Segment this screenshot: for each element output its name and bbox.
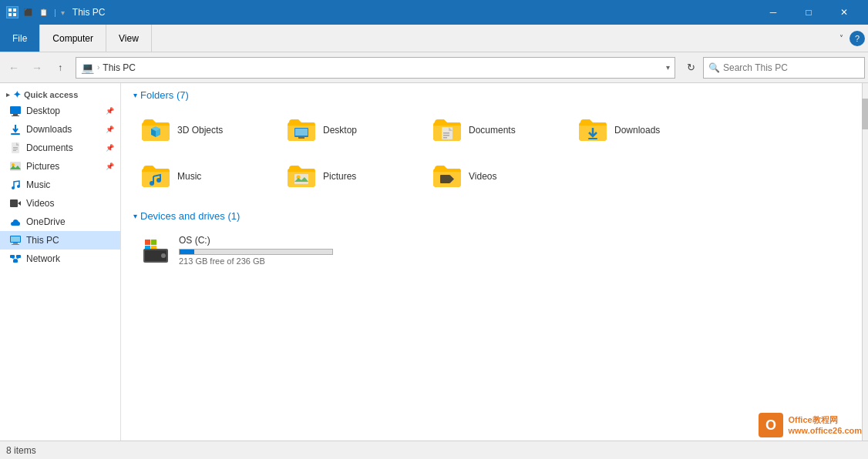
scrollbar[interactable] (862, 83, 868, 441)
svg-rect-5 (13, 114, 18, 116)
address-path: This PC (103, 62, 136, 73)
office-logo-icon: O (759, 413, 783, 437)
folder-icon-music (140, 161, 171, 192)
search-input[interactable] (723, 62, 860, 73)
onedrive-icon (9, 216, 22, 228)
search-box[interactable]: 🔍 (703, 57, 865, 79)
sidebar-item-network[interactable]: Network (0, 250, 120, 268)
folder-item-downloads[interactable]: Downloads (570, 109, 713, 152)
svg-rect-12 (10, 162, 21, 171)
title-bar-icons: ⬛ 📋 | ▾ (6, 6, 65, 18)
drive-icon-c (140, 235, 171, 266)
drive-bar-c (179, 249, 333, 255)
svg-rect-40 (294, 174, 308, 184)
help-button[interactable]: ? (849, 31, 865, 46)
folder-label-videos: Videos (469, 171, 496, 182)
folder-item-3dobjects[interactable]: 3D Objects (133, 109, 276, 152)
svg-rect-1 (13, 8, 16, 12)
ribbon: File Computer View ˅ ? (0, 25, 868, 52)
svg-rect-22 (10, 255, 15, 258)
maximize-button[interactable]: □ (791, 0, 826, 25)
folders-section-label: Folders (7) (140, 89, 189, 101)
quick-access-icon-2[interactable]: 📋 (37, 6, 49, 18)
folder-item-desktop[interactable]: Desktop (279, 109, 422, 152)
svg-rect-48 (151, 240, 156, 245)
devices-section-header[interactable]: ▾ Devices and drives (1) (133, 210, 849, 222)
this-pc-icon (9, 234, 22, 246)
svg-rect-36 (443, 137, 447, 139)
svg-rect-23 (16, 255, 21, 258)
back-button[interactable]: ← (3, 57, 25, 79)
svg-rect-2 (8, 13, 12, 16)
svg-rect-9 (13, 147, 18, 148)
main-area: ▸ ✦ Quick access Desktop 📌 (0, 83, 868, 441)
svg-rect-50 (151, 246, 156, 249)
svg-point-14 (12, 186, 15, 189)
folder-label-downloads: Downloads (614, 125, 660, 136)
watermark-text: Office教程网 www.office26.com (788, 414, 862, 437)
ribbon-collapse-icon[interactable]: ˅ (836, 31, 846, 45)
pictures-sidebar-icon (9, 160, 22, 173)
tab-computer[interactable]: Computer (40, 25, 106, 52)
folder-label-pictures: Pictures (323, 171, 356, 182)
tab-view[interactable]: View (106, 25, 152, 52)
svg-rect-47 (145, 240, 150, 245)
scroll-thumb[interactable] (862, 99, 868, 129)
svg-point-38 (150, 181, 154, 186)
sidebar-item-onedrive[interactable]: OneDrive (0, 213, 120, 231)
window-title: This PC (72, 7, 751, 18)
svg-rect-34 (443, 132, 449, 134)
refresh-button[interactable]: ↻ (680, 57, 701, 79)
quick-access-star-icon: ✦ (13, 89, 21, 100)
folder-item-documents[interactable]: Documents (425, 109, 567, 152)
folder-item-pictures[interactable]: Pictures (279, 155, 422, 198)
svg-rect-7 (11, 133, 20, 135)
folder-item-videos[interactable]: Videos (425, 155, 567, 198)
address-bar[interactable]: 💻 › This PC ▾ (76, 57, 675, 79)
app-icon (6, 6, 19, 18)
sidebar-item-music[interactable]: Music (0, 176, 120, 194)
content-area: ▾ Folders (7) 3D Objects (121, 83, 862, 441)
tab-file[interactable]: File (0, 25, 40, 52)
svg-point-46 (161, 253, 166, 258)
search-icon: 🔍 (708, 62, 720, 73)
sidebar-item-pictures[interactable]: Pictures 📌 (0, 157, 120, 176)
folder-icon-3dobjects (140, 115, 171, 146)
sidebar-item-documents[interactable]: Documents 📌 (0, 139, 120, 157)
forward-button[interactable]: → (26, 57, 48, 79)
pin-icon-pictures: 📌 (106, 162, 114, 170)
svg-point-39 (156, 178, 161, 183)
videos-sidebar-icon (9, 197, 22, 209)
window-controls: ─ □ ✕ (755, 0, 862, 25)
minimize-button[interactable]: ─ (755, 0, 791, 25)
sidebar-item-downloads[interactable]: Downloads 📌 (0, 120, 120, 139)
drive-item-c[interactable]: OS (C:) 213 GB free of 236 GB (133, 230, 442, 271)
folders-chevron-icon: ▾ (133, 91, 137, 99)
title-bar: ⬛ 📋 | ▾ This PC ─ □ ✕ (0, 0, 868, 25)
sidebar-item-this-pc[interactable]: This PC (0, 231, 120, 250)
folders-section-header[interactable]: ▾ Folders (7) (133, 89, 849, 101)
svg-rect-35 (443, 135, 449, 136)
sidebar-item-videos[interactable]: Videos (0, 194, 120, 213)
documents-sidebar-icon (9, 142, 22, 154)
svg-rect-11 (13, 150, 16, 151)
sidebar-item-desktop[interactable]: Desktop 📌 (0, 102, 120, 120)
svg-line-26 (15, 258, 19, 260)
folder-icon-downloads (577, 115, 608, 146)
folder-icon-videos (432, 161, 463, 192)
sidebar: ▸ ✦ Quick access Desktop 📌 (0, 83, 121, 441)
watermark: O Office教程网 www.office26.com (752, 410, 868, 441)
folder-label-3dobjects: 3D Objects (177, 125, 223, 136)
close-button[interactable]: ✕ (826, 0, 862, 25)
quick-access-header[interactable]: ▸ ✦ Quick access (0, 86, 120, 102)
desktop-sidebar-icon (9, 105, 22, 117)
svg-rect-24 (13, 260, 18, 263)
network-icon (9, 253, 22, 265)
address-dropdown-icon[interactable]: ▾ (666, 63, 670, 72)
folder-item-music[interactable]: Music (133, 155, 276, 198)
quick-access-icon-1[interactable]: ⬛ (22, 6, 34, 18)
up-button[interactable]: ↑ (49, 57, 71, 79)
pin-icon-desktop: 📌 (106, 107, 114, 115)
quick-access-chevron: ▸ (6, 91, 10, 99)
svg-text:O: O (765, 417, 776, 433)
